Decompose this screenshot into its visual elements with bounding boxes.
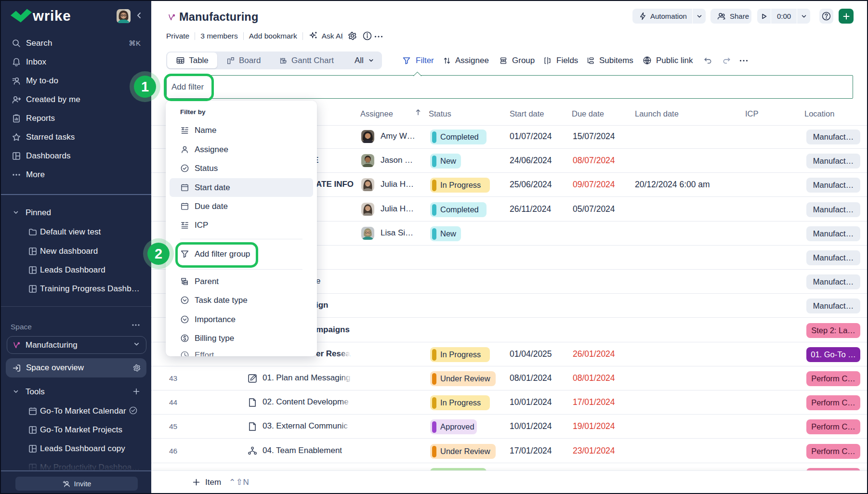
svg-text:wrike: wrike bbox=[32, 8, 71, 24]
